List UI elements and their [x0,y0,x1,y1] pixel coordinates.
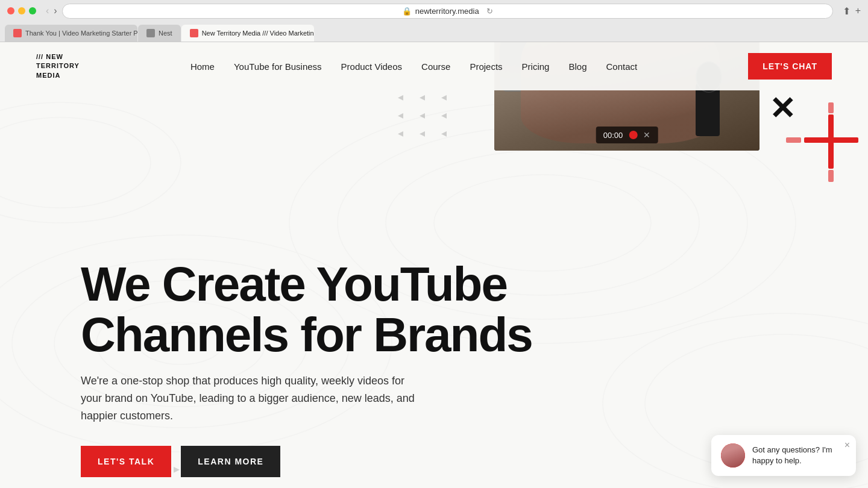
nav-links: Home YouTube for Business Product Videos… [190,61,637,72]
nav-product-videos[interactable]: Product Videos [341,61,402,72]
browser-navigation: ‹ › [46,5,57,16]
chat-close-button[interactable]: × [844,440,850,451]
chat-message: Got any questions? I'm happy to help. [752,445,846,466]
headline-section: We Create YouTube Channels for Brands We… [81,259,563,477]
headline-line1: We Create YouTube [81,257,507,311]
close-window-button[interactable] [7,7,14,14]
tab-favicon-1 [13,29,22,37]
nav-blog[interactable]: Blog [568,61,587,72]
subheadline: We're a one-stop shop that produces high… [81,372,418,424]
address-bar[interactable]: 🔒 newterritory.media ↻ [62,4,833,19]
nav-contact[interactable]: Contact [606,61,637,72]
navbar: /// NEW TERRITORY MEDIA Home YouTube for… [0,42,868,90]
video-close-button[interactable]: ✕ [643,130,650,140]
url-text: newterritory.media [415,7,479,16]
lets-talk-button[interactable]: LET'S TALK [81,446,171,477]
chat-widget[interactable]: Got any questions? I'm happy to help. × [711,435,856,476]
nav-course[interactable]: Course [421,61,450,72]
share-button[interactable]: ⬆ [843,5,851,17]
browser-chrome: ‹ › 🔒 newterritory.media ↻ ⬆ + Thank You… [0,0,868,42]
tab-2[interactable]: Nest [138,25,181,42]
learn-more-button[interactable]: LEARN MORE [181,446,280,477]
nav-youtube-for-business[interactable]: YouTube for Business [234,61,322,72]
cta-buttons: LET'S TALK LEARN MORE [81,446,563,477]
chat-avatar-image [721,443,745,468]
nav-home[interactable]: Home [190,61,215,72]
tab-label-1: Thank You | Video Marketing Starter Pack [25,30,137,37]
logo-line2: TERRITORY [36,61,80,70]
add-tab-button[interactable]: + [855,5,861,17]
logo-line1: /// NEW [36,52,80,61]
nav-projects[interactable]: Projects [470,61,502,72]
tab-3[interactable]: New Territory Media /// Video Marketing … [181,25,314,42]
logo[interactable]: /// NEW TERRITORY MEDIA [36,52,80,80]
chat-avatar [721,443,745,468]
lets-chat-button[interactable]: LET'S CHAT [748,53,832,80]
video-controls[interactable]: 00:00 ✕ [596,127,658,143]
tab-favicon-2 [146,29,155,37]
tab-favicon-3 [190,29,198,37]
nav-pricing[interactable]: Pricing [522,61,550,72]
back-button[interactable]: ‹ [46,5,49,16]
tab-label-2: Nest [159,30,172,37]
browser-tabs: Thank You | Video Marketing Starter Pack… [0,22,868,42]
traffic-lights [7,7,36,14]
page: /// NEW TERRITORY MEDIA Home YouTube for… [0,42,868,488]
video-record-indicator [629,131,637,139]
headline: We Create YouTube Channels for Brands [81,259,563,360]
maximize-window-button[interactable] [29,7,36,14]
tab-label-3: New Territory Media /// Video Marketing … [202,30,314,37]
forward-button[interactable]: › [54,5,57,16]
tab-1[interactable]: Thank You | Video Marketing Starter Pack [5,25,137,42]
minimize-window-button[interactable] [18,7,25,14]
headline-line2: Channels for Brands [81,308,532,361]
logo-line3: MEDIA [36,71,80,80]
video-time: 00:00 [603,131,623,140]
reload-icon: ↻ [486,7,493,16]
lock-icon: 🔒 [402,7,412,16]
